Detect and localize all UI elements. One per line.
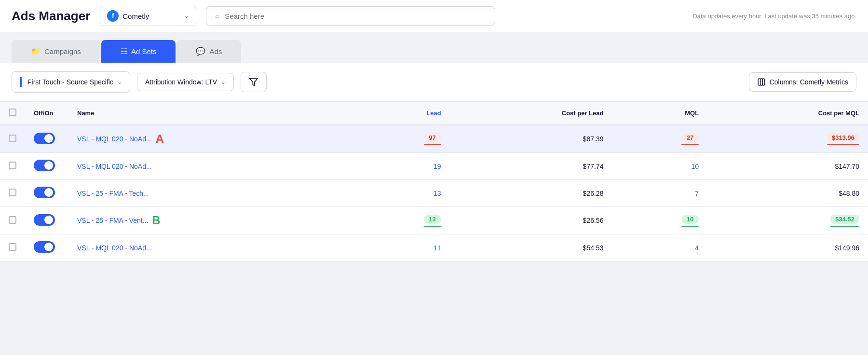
window-filter-label: Attribution Window: LTV [145,78,217,86]
account-selector[interactable]: f Cometly ⌄ [100,6,196,26]
chevron-down-icon: ⌄ [221,79,226,85]
row-checkbox-cell [0,180,25,207]
mql-value: 4 [695,244,699,252]
badge-A: A [156,132,164,146]
row-checkbox-cell [0,153,25,180]
ad-name-link[interactable]: VSL - MQL 020 - NoAd... [77,244,152,252]
attribution-filter-label: First Touch - Source Specific [27,78,113,86]
row-toggle-cell [25,180,68,207]
header-checkbox[interactable] [0,102,25,125]
underline-green [681,226,699,227]
row-checkbox-cell [0,207,25,234]
row-toggle[interactable] [34,133,55,144]
search-icon: ⌕ [215,12,220,20]
data-table: Off/On Name Lead Cost per Lead MQL Cost … [0,102,868,261]
attribution-filter[interactable]: First Touch - Source Specific ⌄ [12,71,130,93]
cpl-value: $87.39 [583,135,604,143]
account-name: Cometly [122,12,180,20]
ad-name-link[interactable]: VSL - MQL 020 - NoAd... [77,135,152,143]
row-name-cell: VSL - MQL 020 - NoAd... [68,234,354,261]
row-toggle[interactable] [34,214,55,226]
ad-name-link[interactable]: VSL - 25 - FMA - Vent... [77,217,148,224]
row-cpl-cell: $87.39 [450,125,612,153]
window-filter[interactable]: Attribution Window: LTV ⌄ [137,73,234,91]
lead-value: 19 [434,163,441,170]
header-cost-per-lead: Cost per Lead [450,102,612,125]
bar-icon [20,77,22,87]
cpm-badge: $313.96 [827,133,859,142]
columns-label: Columns: Cometly Metrics [770,78,848,86]
mql-badge: 27 [681,133,699,142]
funnel-icon [249,77,258,87]
tab-adsets[interactable]: ☷ Ad Sets [101,40,176,63]
tab-ads[interactable]: 💬 Ads [176,40,241,63]
row-cpm-cell: $48.80 [707,180,868,207]
cpm-value: $147.70 [835,163,859,170]
row-mql-cell: 4 [612,234,707,261]
search-bar[interactable]: ⌕ [206,6,495,26]
tab-campaigns[interactable]: 📁 Campaigns [12,40,100,63]
underline-green [830,226,859,227]
row-cpl-cell: $26.28 [450,180,612,207]
table-row: VSL - MQL 020 - NoAd...19$77.7410$147.70 [0,153,868,180]
row-checkbox[interactable] [9,189,16,196]
tab-campaigns-label: Campaigns [44,47,81,55]
row-lead-cell: 11 [354,234,450,261]
row-toggle-cell [25,234,68,261]
chevron-down-icon: ⌄ [117,79,122,85]
row-mql-cell: 27 [612,125,707,153]
mql-value: 10 [692,163,699,170]
row-cpm-cell: $147.70 [707,153,868,180]
row-lead-cell: 97 [354,125,450,153]
underline-green [424,226,441,227]
mql-value: 7 [695,190,699,197]
underline-red [681,144,699,145]
facebook-icon: f [107,10,119,22]
header-mql: MQL [612,102,707,125]
row-lead-cell: 19 [354,153,450,180]
row-checkbox-cell [0,125,25,153]
columns-button[interactable]: Columns: Cometly Metrics [749,72,856,92]
row-checkbox-cell [0,234,25,261]
row-name-cell: VSL - MQL 020 - NoAd...A [68,125,354,153]
search-input[interactable] [225,12,486,20]
row-toggle[interactable] [34,187,55,198]
badge-B: B [152,214,160,227]
select-all-checkbox[interactable] [9,109,16,116]
underline-red [424,144,441,145]
filter-funnel-button[interactable] [241,72,267,92]
row-cpm-cell: $313.96 [707,125,868,153]
row-toggle[interactable] [34,241,55,253]
row-lead-cell: 13 [354,180,450,207]
tab-ads-label: Ads [209,47,222,55]
header-name: Name [68,102,354,125]
row-checkbox[interactable] [9,162,16,169]
ad-name-link[interactable]: VSL - MQL 020 - NoAd... [77,163,152,170]
row-toggle-cell [25,125,68,153]
tab-adsets-label: Ad Sets [131,47,157,55]
row-checkbox[interactable] [9,135,16,142]
folder-icon: 📁 [31,47,41,56]
row-mql-cell: 7 [612,180,707,207]
row-checkbox[interactable] [9,243,16,251]
row-checkbox[interactable] [9,216,16,224]
svg-marker-0 [250,79,258,86]
lead-badge: 97 [424,133,441,142]
lead-badge: 13 [424,215,441,224]
row-mql-cell: 10 [612,207,707,234]
row-toggle[interactable] [34,160,55,171]
row-lead-cell: 13 [354,207,450,234]
row-cpl-cell: $54.53 [450,234,612,261]
header-toggle: Off/On [25,102,68,125]
cpm-value: $48.80 [839,190,859,197]
row-name-cell: VSL - 25 - FMA - Tech... [68,180,354,207]
top-bar: Ads Manager f Cometly ⌄ ⌕ Data updates e… [0,0,868,32]
lead-value: 11 [434,244,441,252]
cpl-value: $26.56 [583,217,604,224]
underline-red [827,144,859,145]
row-toggle-cell [25,153,68,180]
ad-name-link[interactable]: VSL - 25 - FMA - Tech... [77,190,149,197]
cpl-value: $77.74 [583,163,604,170]
update-notice: Data updates every hour. Last update was… [692,13,856,20]
lead-value: 13 [434,190,441,197]
